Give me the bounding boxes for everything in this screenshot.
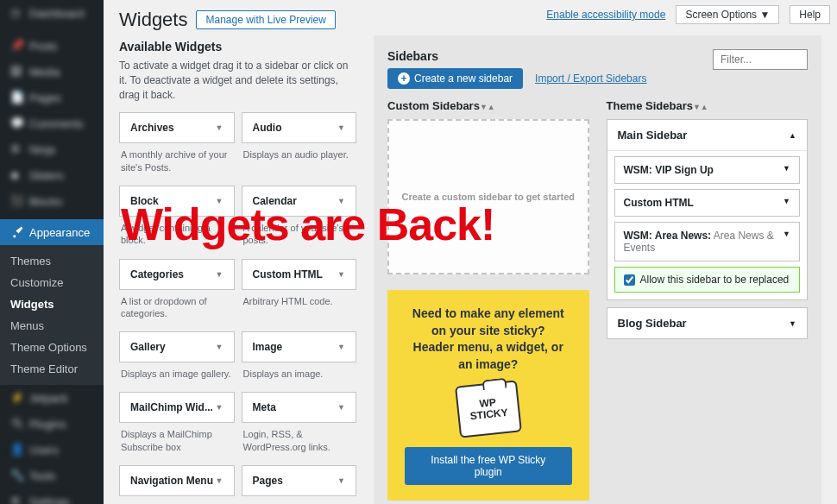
custom-sidebar-dropzone[interactable]: Create a custom sidebar to get started [387, 119, 589, 274]
theme-col-title: Theme Sidebars [607, 99, 693, 112]
available-widgets-panel: Available Widgets To activate a widget d… [119, 40, 356, 504]
import-export-link[interactable]: Import / Export Sidebars [535, 72, 646, 85]
widget-desc: Displays an audio player. [242, 143, 357, 167]
appearance-submenu: Themes Customize Widgets Menus Theme Opt… [0, 245, 104, 385]
sidebar-item-blur[interactable]: 💬Comments [0, 110, 104, 136]
sidebar-item-blur[interactable]: ⚙Ninja [0, 136, 104, 162]
blog-sidebar-header[interactable]: Blog Sidebar ▼ [607, 308, 808, 338]
submenu-menus[interactable]: Menus [0, 315, 104, 337]
sidebar-item-blur[interactable]: 🖼Media [0, 59, 104, 85]
submenu-theme-options[interactable]: Theme Options [0, 337, 104, 358]
widget-desc: Displays an image. [242, 362, 357, 387]
available-heading: Available Widgets [119, 40, 356, 54]
accessibility-link[interactable]: Enable accessibility mode [546, 9, 665, 21]
widget-desc: A list of your site's Pages. [242, 496, 357, 504]
widget-block[interactable]: Block▼ [119, 186, 235, 217]
sidebar-item-blur[interactable]: 👤Users [0, 437, 104, 463]
chevron-down-icon: ▼ [337, 123, 345, 132]
widget-meta[interactable]: Meta▼ [242, 392, 357, 423]
chevron-down-icon: ▼ [337, 197, 345, 205]
brush-icon [10, 225, 24, 239]
chevron-down-icon: ▼ [216, 476, 223, 485]
submenu-themes[interactable]: Themes [0, 250, 104, 272]
sidebar-item-appearance[interactable]: Appearance [0, 219, 104, 245]
screen-options-button[interactable]: Screen Options ▼ [676, 5, 779, 24]
wp-sticky-promo: Need to make any element on your site st… [387, 290, 589, 501]
widget-gallery[interactable]: Gallery▼ [119, 331, 235, 362]
sidebars-panel: Sidebars +Create a new sidebar Import / … [374, 35, 821, 504]
chevron-down-icon: ▼ [337, 476, 345, 485]
sort-icon[interactable]: ▼▲ [693, 103, 708, 111]
chevron-down-icon: ▼ [337, 343, 345, 351]
main-sidebar-header[interactable]: Main Sidebar ▲ [607, 120, 808, 151]
custom-sidebars-column: Custom Sidebars▼▲ Create a custom sideba… [387, 99, 589, 501]
allow-replace-checkbox-row[interactable]: Allow this sidebar to be replaced [614, 267, 801, 293]
wp-sticky-logo: WPSTICKY [455, 381, 522, 438]
sidebar-item-blur[interactable]: ◆Sliders [0, 162, 104, 188]
widget-desc: Displays a MailChimp Subscribe box [119, 423, 235, 460]
chevron-down-icon: ▼ [783, 197, 790, 209]
widget-custom-html[interactable]: Custom HTML▼ [242, 259, 357, 290]
sidebar-item-blur[interactable]: ⚙Settings [0, 488, 104, 504]
widget-archives[interactable]: Archives▼ [119, 112, 235, 143]
sidebar-item-dashboard[interactable]: ◷Dashboard [0, 0, 104, 26]
sidebar-item-blur[interactable]: ⬛Blocks [0, 188, 104, 214]
widget-desc: Arbitrary HTML code. [242, 290, 357, 314]
sort-icon[interactable]: ▼▲ [480, 103, 495, 111]
widget-desc: Add a navigation menu to your sidebar. [119, 496, 235, 504]
widget-calendar[interactable]: Calendar▼ [242, 186, 357, 217]
sidebar-item-blur[interactable]: 📌Posts [0, 33, 104, 59]
theme-sidebars-column: Theme Sidebars▼▲ Main Sidebar ▲ WSM: VIP… [607, 99, 809, 501]
widget-desc: Login, RSS, & WordPress.org links. [242, 423, 357, 460]
sidebar-item-blur[interactable]: ⚡Jetpack [0, 385, 104, 411]
available-desc: To activate a widget drag it to a sideba… [119, 59, 356, 102]
widget-pages[interactable]: Pages▼ [242, 465, 357, 496]
widget-image[interactable]: Image▼ [242, 331, 357, 362]
widget-custom-html[interactable]: Custom HTML▼ [614, 189, 801, 217]
plus-icon: + [398, 72, 410, 85]
chevron-up-icon: ▲ [789, 131, 796, 140]
widget-audio[interactable]: Audio▼ [242, 112, 357, 143]
widget-desc: A calendar of your site's posts. [242, 217, 357, 254]
chevron-down-icon: ▼ [337, 270, 345, 279]
submenu-customize[interactable]: Customize [0, 272, 104, 293]
top-bar: Enable accessibility mode Screen Options… [539, 0, 837, 29]
submenu-theme-editor[interactable]: Theme Editor [0, 358, 104, 380]
chevron-down-icon: ▼ [216, 403, 223, 412]
page-title: Widgets [119, 9, 187, 31]
sidebars-heading: Sidebars [387, 49, 646, 63]
admin-sidebar: ◷Dashboard 📌Posts 🖼Media 📄Pages 💬Comment… [0, 0, 104, 504]
widget-desc: A monthly archive of your site's Posts. [119, 143, 235, 180]
allow-replace-checkbox[interactable] [624, 274, 635, 286]
main-sidebar-box: Main Sidebar ▲ WSM: VIP Sign Up▼ Custom … [607, 119, 809, 300]
chevron-down-icon: ▼ [216, 343, 223, 351]
chevron-down-icon: ▼ [783, 164, 790, 176]
sidebar-label: Appearance [29, 226, 90, 239]
live-preview-button[interactable]: Manage with Live Preview [196, 10, 335, 29]
create-sidebar-button[interactable]: +Create a new sidebar [387, 68, 523, 89]
sidebar-item-blur[interactable]: 🔌Plugins [0, 411, 104, 437]
filter-input[interactable] [713, 49, 808, 70]
chevron-down-icon: ▼ [216, 197, 223, 205]
install-wp-sticky-button[interactable]: Install the free WP Sticky plugin [405, 447, 572, 485]
widget-vip-signup[interactable]: WSM: VIP Sign Up▼ [614, 156, 801, 184]
chevron-down-icon: ▼ [783, 230, 790, 254]
custom-col-title: Custom Sidebars [387, 99, 480, 112]
help-button[interactable]: Help [790, 5, 830, 24]
sidebar-item-blur[interactable]: 🔧Tools [0, 463, 104, 488]
widget-navigation-menu[interactable]: Navigation Menu▼ [119, 465, 235, 496]
widget-desc: A list or dropdown of categories. [119, 290, 235, 327]
chevron-down-icon: ▼ [216, 270, 223, 279]
promo-line1: Need to make any element on your site st… [405, 306, 572, 339]
widget-desc: Displays an image gallery. [119, 362, 235, 387]
promo-line2: Header menu, a widget, or an image? [405, 339, 572, 373]
chevron-down-icon: ▼ [216, 123, 223, 132]
widget-mailchimp-wid-[interactable]: MailChimp Wid...▼ [119, 392, 235, 423]
sidebar-item-blur[interactable]: 📄Pages [0, 85, 104, 110]
chevron-down-icon: ▼ [337, 403, 345, 412]
chevron-down-icon: ▼ [789, 319, 796, 328]
submenu-widgets[interactable]: Widgets [0, 293, 104, 315]
widget-categories[interactable]: Categories▼ [119, 259, 235, 290]
widget-desc: A widget containing a block. [119, 217, 235, 254]
widget-area-news[interactable]: WSM: Area News: Area News & Events▼ [614, 222, 801, 261]
